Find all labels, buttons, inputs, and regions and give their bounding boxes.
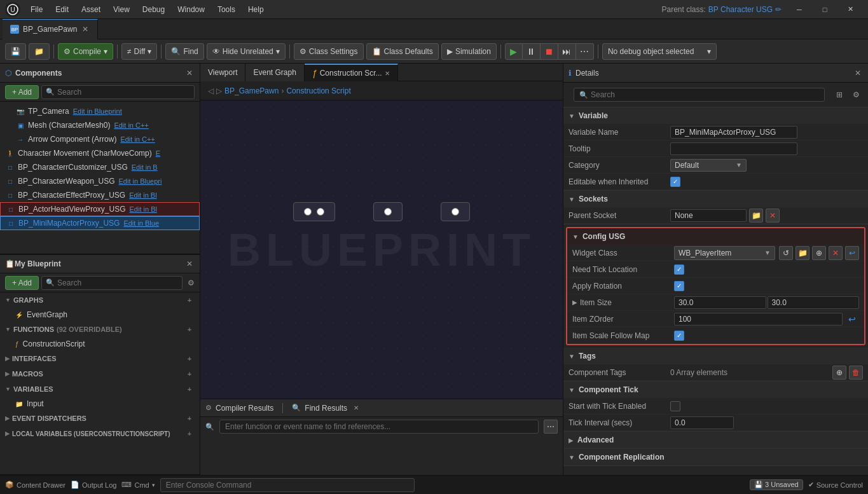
menu-edit[interactable]: Edit: [50, 4, 74, 15]
edit-link-effect[interactable]: Edit in Bl: [129, 191, 156, 199]
components-search-input[interactable]: [57, 88, 190, 97]
macros-section[interactable]: ▶ MACROS +: [0, 366, 200, 381]
component-tick-header[interactable]: ▼ Component Tick: [563, 381, 868, 398]
more-play-button[interactable]: ⋯: [576, 43, 594, 60]
breadcrumb-back-icon[interactable]: ◁: [208, 86, 214, 95]
tab-bp-gamepawn[interactable]: BP BP_GamePawn ✕: [3, 19, 98, 39]
sockets-section-header[interactable]: ▼ Sockets: [563, 191, 868, 207]
edit-link-headview[interactable]: Edit in Bl: [130, 205, 157, 213]
browse-button[interactable]: 📁: [29, 43, 50, 60]
tags-section-header[interactable]: ▼ Tags: [563, 348, 868, 364]
local-vars-add-button[interactable]: +: [184, 429, 195, 439]
debug-object-dropdown[interactable]: No debug object selected ▾: [602, 43, 717, 60]
event-graph-item[interactable]: ⚡ EventGraph: [0, 308, 200, 322]
console-input[interactable]: [160, 478, 415, 492]
apply-rotation-checkbox[interactable]: [674, 281, 684, 291]
hide-unrelated-button[interactable]: 👁 Hide Unrelated ▾: [207, 43, 286, 60]
tab-close-button[interactable]: ✕: [81, 25, 90, 34]
widget-class-refresh-icon[interactable]: ↺: [779, 246, 793, 260]
content-drawer-button[interactable]: 📦 Content Drawer: [5, 481, 65, 489]
edit-link-customizer[interactable]: Edit in B: [132, 163, 158, 171]
socket-clear-icon[interactable]: ✕: [766, 209, 780, 223]
unsaved-badge[interactable]: 💾 3 Unsaved: [750, 479, 803, 490]
edit-link-weapon[interactable]: Edit in Bluepri: [119, 177, 162, 185]
widget-class-browse-icon[interactable]: 📁: [796, 246, 809, 260]
category-dropdown[interactable]: Default ▼: [670, 159, 747, 172]
my-blueprint-gear-icon[interactable]: ⚙: [188, 278, 195, 287]
widget-class-new-icon[interactable]: ⊕: [812, 246, 826, 260]
parent-socket-input[interactable]: [670, 209, 747, 222]
widget-class-clear-icon[interactable]: ✕: [829, 246, 843, 260]
find-button[interactable]: 🔍 Find: [165, 43, 203, 60]
edit-in-cpp-link-arrow[interactable]: Edit in C++: [120, 135, 155, 143]
item-size-expand-arrow[interactable]: ▶: [572, 299, 577, 306]
tree-item-customizer[interactable]: □ BP_CharacterrCustomizer_USG Edit in B: [0, 160, 200, 174]
menu-file[interactable]: File: [25, 4, 48, 15]
local-variables-section[interactable]: ▶ LOCAL VARIABLES (USERCONSTRUCTIONSCRIP…: [0, 426, 200, 441]
menu-tools[interactable]: Tools: [212, 4, 240, 15]
interfaces-section[interactable]: ▶ INTERFACES +: [0, 351, 200, 366]
step-button[interactable]: ⏭: [558, 43, 576, 60]
advanced-section-header[interactable]: ▶ Advanced: [563, 432, 868, 448]
item-size-x-input[interactable]: [674, 296, 766, 309]
tab-event-graph[interactable]: Event Graph: [245, 64, 304, 81]
close-button[interactable]: ✕: [837, 0, 863, 19]
compiler-options-button[interactable]: ⋯: [544, 420, 558, 434]
details-search-input[interactable]: [591, 90, 819, 99]
tab-viewport[interactable]: Viewport: [200, 64, 245, 81]
variable-name-input[interactable]: [670, 126, 797, 139]
class-defaults-button[interactable]: 📋 Class Defaults: [366, 43, 439, 60]
simulation-button[interactable]: ▶ Simulation: [441, 43, 497, 60]
item-size-y-input[interactable]: [768, 296, 860, 309]
widget-class-back-icon[interactable]: ↩: [845, 246, 859, 260]
menu-window[interactable]: Window: [172, 4, 210, 15]
edit-link-minimap[interactable]: Edit in Blue: [123, 219, 159, 227]
cmd-button[interactable]: ⌨ Cmd ▾: [121, 481, 155, 489]
tags-clear-icon[interactable]: 🗑: [849, 366, 863, 380]
compile-button[interactable]: ⚙ Compile ▾: [58, 43, 113, 60]
source-control-button[interactable]: ✔ Source Control: [808, 481, 863, 489]
tree-item-arrow[interactable]: → Arrow Component (Arrow) Edit in C++: [0, 132, 200, 146]
details-grid-icon[interactable]: ⊞: [832, 88, 846, 102]
components-add-button[interactable]: + Add: [5, 85, 39, 99]
breadcrumb-forward-icon[interactable]: ▷: [216, 86, 222, 95]
pause-button[interactable]: ⏸: [523, 43, 541, 60]
variables-section[interactable]: ▼ VARIABLES +: [0, 381, 200, 397]
diff-button[interactable]: ≠ Diff ▾: [121, 43, 157, 60]
my-blueprint-add-button[interactable]: + Add: [5, 276, 39, 290]
maximize-button[interactable]: □: [812, 0, 837, 19]
class-settings-button[interactable]: ⚙ Class Settings: [294, 43, 364, 60]
menu-help[interactable]: Help: [243, 4, 269, 15]
editable-inherited-checkbox[interactable]: [670, 177, 680, 187]
breadcrumb-construction-script[interactable]: Construction Script: [286, 86, 350, 95]
breadcrumb-gamepawn[interactable]: BP_GamePawn: [224, 86, 279, 95]
need-tick-location-checkbox[interactable]: [674, 264, 684, 275]
edit-in-cpp-link-mesh[interactable]: Edit in C++: [114, 121, 148, 129]
edit-link-movement[interactable]: E: [156, 149, 160, 157]
component-replication-header[interactable]: ▼ Component Replication: [563, 449, 868, 465]
functions-add-button[interactable]: +: [184, 324, 195, 334]
components-close-button[interactable]: ✕: [184, 68, 195, 78]
tree-item-movement[interactable]: 🚶 Character Movement (CharMoveComp) E: [0, 146, 200, 160]
play-button[interactable]: ▶: [505, 43, 523, 60]
item-zorder-input[interactable]: [674, 313, 843, 326]
stop-button[interactable]: ⏹: [541, 43, 558, 60]
details-close-button[interactable]: ✕: [853, 68, 863, 78]
tab-construction-script[interactable]: ƒ Construction Scr... ✕: [305, 64, 398, 81]
construction-script-item[interactable]: ƒ ConstructionScript: [0, 337, 200, 351]
edit-in-blueprint-link[interactable]: Edit in Blueprint: [73, 107, 122, 115]
tree-item-weapon[interactable]: □ BP_CharacterWeapon_USG Edit in Bluepri: [0, 174, 200, 188]
tree-item-tp-camera[interactable]: 📷 TP_Camera Edit in Blueprint: [0, 104, 200, 118]
variable-section-header[interactable]: ▼ Variable: [563, 107, 868, 124]
construction-tab-close[interactable]: ✕: [385, 70, 390, 77]
item-scale-checkbox[interactable]: [674, 331, 684, 341]
my-blueprint-close-button[interactable]: ✕: [184, 259, 195, 269]
config-usg-header[interactable]: ▼ Config USG: [567, 228, 864, 245]
menu-view[interactable]: View: [108, 4, 135, 15]
compiler-search-input[interactable]: [225, 422, 533, 431]
tree-item-effect[interactable]: □ BP_CharacterEffectProxy_USG Edit in Bl: [0, 188, 200, 202]
input-group-item[interactable]: 📁 Input: [0, 397, 200, 411]
item-zorder-undo-button[interactable]: ↩: [845, 312, 859, 326]
tick-interval-input[interactable]: [670, 416, 734, 429]
output-log-button[interactable]: 📄 Output Log: [71, 481, 116, 489]
